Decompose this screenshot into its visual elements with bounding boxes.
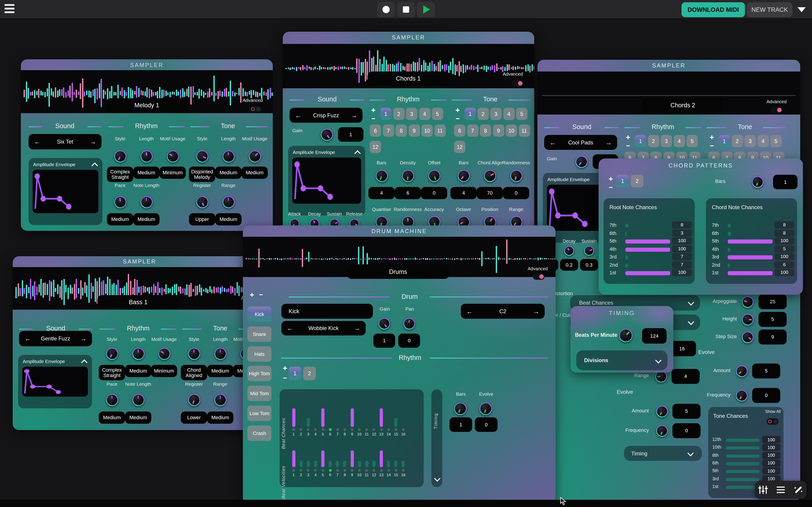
drum-preset-selector[interactable]: ←Wobble Kick→ xyxy=(282,321,366,335)
next-arrow-icon[interactable]: → xyxy=(80,335,87,342)
knob-value[interactable]: Medium xyxy=(125,365,151,377)
next-arrow-icon[interactable]: → xyxy=(351,112,357,119)
remove-pattern-button[interactable]: − xyxy=(257,291,265,298)
sound-selector[interactable]: ←Crisp Fuzz→ xyxy=(290,108,362,123)
knob-bars[interactable] xyxy=(457,170,470,182)
frequency-value[interactable]: 0 xyxy=(672,423,701,438)
knob-motif-usage[interactable] xyxy=(249,150,261,162)
knob-value[interactable]: Medium xyxy=(125,411,151,424)
row-value[interactable]: 3 xyxy=(672,229,692,236)
advanced-toggle[interactable] xyxy=(250,106,261,112)
knob-value[interactable]: Medium xyxy=(99,411,125,424)
bars-knob[interactable] xyxy=(752,176,764,188)
chance-bar[interactable] xyxy=(321,408,324,427)
frequency2-value[interactable]: 0 xyxy=(752,388,780,403)
pattern-button-9[interactable]: 9 xyxy=(493,124,504,137)
pattern-button-8[interactable]: 8 xyxy=(480,124,491,137)
pattern-button-2[interactable]: 2 xyxy=(393,108,404,120)
knob-value[interactable]: Minimum xyxy=(151,365,177,377)
knob-length[interactable] xyxy=(214,347,226,360)
velocity-bar[interactable] xyxy=(387,461,390,467)
dropdown-caret-icon[interactable] xyxy=(798,7,806,12)
row-value[interactable]: 5 xyxy=(774,245,794,252)
drum-tab-kick[interactable]: Kick xyxy=(247,306,271,322)
step_size-knob[interactable] xyxy=(742,331,754,343)
knob-value[interactable]: Complex Straight xyxy=(99,365,125,380)
knob-length[interactable] xyxy=(140,150,152,162)
tone-row-value[interactable]: 100 xyxy=(762,467,780,474)
show-all-toggle[interactable] xyxy=(767,418,778,425)
row-bar[interactable] xyxy=(728,247,730,251)
magic-wand-icon[interactable] xyxy=(793,484,804,495)
row-bar[interactable] xyxy=(625,239,670,243)
next-arrow-icon[interactable]: → xyxy=(90,138,96,145)
pattern-button-1[interactable]: 1 xyxy=(380,108,392,120)
knob-density[interactable] xyxy=(402,170,414,182)
row-bar[interactable] xyxy=(728,224,731,228)
adsr-value[interactable]: 0.2 xyxy=(560,259,578,271)
pattern-button-5[interactable]: 5 xyxy=(770,135,782,147)
sound-selector[interactable]: ←Six Tet→ xyxy=(29,134,101,150)
pattern-tab-2[interactable]: 2 xyxy=(303,367,316,380)
knob-length[interactable] xyxy=(222,150,235,162)
drum-tab-crash[interactable]: Crash xyxy=(247,426,271,441)
pattern-tab-2[interactable]: 2 xyxy=(631,175,644,187)
pan-knob[interactable] xyxy=(403,318,415,330)
next-arrow-icon[interactable]: → xyxy=(533,307,539,315)
gain-knob[interactable] xyxy=(320,128,333,140)
row-value[interactable]: 100 xyxy=(774,269,794,276)
envelope-graph[interactable] xyxy=(292,158,361,204)
row-value[interactable]: 100 xyxy=(774,253,794,260)
track-name-button[interactable]: Chords 1 xyxy=(367,71,449,86)
row-value[interactable]: 100 xyxy=(672,237,692,244)
adsr-knob[interactable] xyxy=(584,246,594,256)
knob-note-length[interactable] xyxy=(132,394,144,406)
bpm-value[interactable]: 124 xyxy=(642,328,667,344)
row-value[interactable]: 6 xyxy=(774,261,794,268)
prev-arrow-icon[interactable]: ← xyxy=(34,138,40,145)
row-value[interactable]: 100 xyxy=(774,237,794,244)
height-knob[interactable] xyxy=(742,314,754,326)
track-name-button[interactable]: Drums xyxy=(347,264,449,279)
velocity-bar[interactable] xyxy=(336,461,339,467)
row-bar[interactable] xyxy=(625,255,628,260)
add-pattern-button[interactable]: + xyxy=(282,364,289,371)
pan-value[interactable]: 0 xyxy=(398,334,420,348)
velocity-bar[interactable] xyxy=(395,461,398,467)
pattern-button-2[interactable]: 2 xyxy=(731,135,743,147)
bars-value[interactable]: 1 xyxy=(773,175,798,189)
knob-bars[interactable] xyxy=(375,170,388,182)
pattern-button-4[interactable]: 4 xyxy=(757,135,769,147)
record-button[interactable] xyxy=(377,2,395,17)
grid-bars-value[interactable]: 1 xyxy=(450,417,472,432)
pattern-button-12[interactable]: 12 xyxy=(370,141,381,153)
pattern-button-7[interactable]: 7 xyxy=(467,124,478,137)
bpm-knob[interactable] xyxy=(619,329,632,342)
pattern-button-3[interactable]: 3 xyxy=(745,135,756,147)
row-value[interactable]: 100 xyxy=(672,269,692,276)
step_size-value[interactable]: 9 xyxy=(759,330,786,344)
pattern-button-3[interactable]: 3 xyxy=(406,108,417,120)
row-value[interactable]: 100 xyxy=(672,245,692,252)
knob-pace[interactable] xyxy=(114,196,126,208)
knob-value[interactable]: Complex Straight xyxy=(107,167,133,182)
height-value[interactable]: 5 xyxy=(759,312,786,327)
knob-register[interactable] xyxy=(188,394,200,406)
knob-value[interactable]: 6 xyxy=(395,187,421,199)
pattern-button-3[interactable]: 3 xyxy=(490,108,502,120)
pattern-button-6[interactable]: 6 xyxy=(370,124,381,137)
add-pattern-button[interactable]: + xyxy=(624,133,632,140)
prev-arrow-icon[interactable]: ← xyxy=(24,335,31,342)
amount-knob[interactable] xyxy=(656,406,668,417)
velocity-bar[interactable] xyxy=(314,461,317,467)
knob-style[interactable] xyxy=(188,347,200,360)
velocity-bar[interactable] xyxy=(343,461,346,467)
velocity-bar[interactable] xyxy=(365,461,368,467)
remove-pattern-button[interactable]: − xyxy=(282,374,289,381)
row-value[interactable]: 7 xyxy=(672,261,692,268)
remove-pattern-button[interactable]: − xyxy=(370,115,377,122)
next-arrow-icon[interactable]: → xyxy=(605,139,612,146)
row-bar[interactable] xyxy=(625,232,627,236)
row-bar[interactable] xyxy=(625,263,628,267)
row-bar[interactable] xyxy=(728,263,730,267)
